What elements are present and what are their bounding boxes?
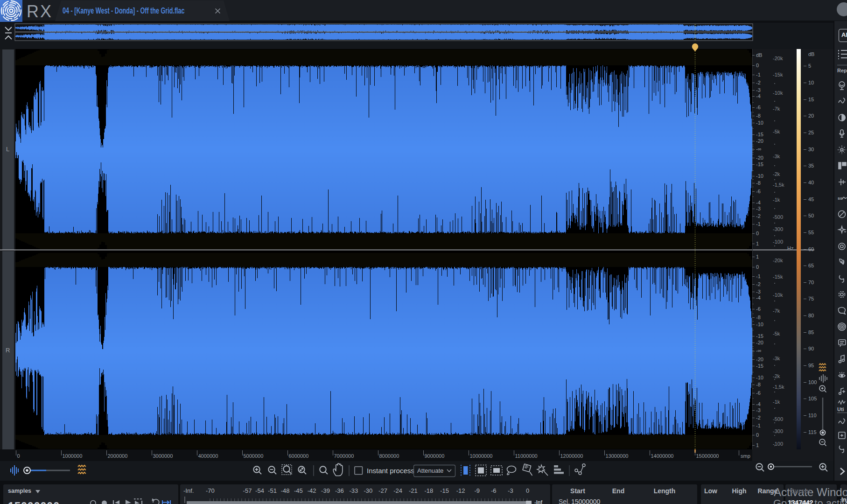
svg-text:Instant process: Instant process [367, 467, 414, 475]
svg-text:Attenuate: Attenuate [417, 467, 443, 474]
svg-text:ss: ss [838, 196, 842, 201]
